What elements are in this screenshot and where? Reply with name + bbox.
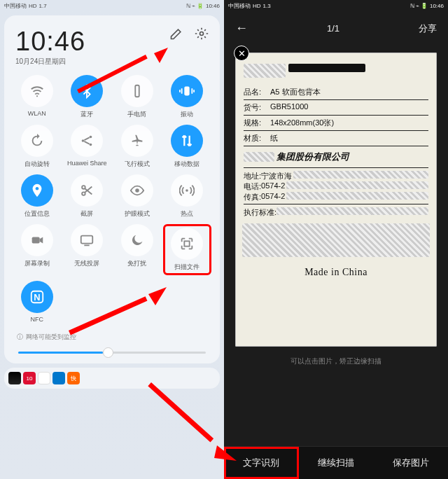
svg-text:N: N [34, 292, 40, 303]
data-icon[interactable] [171, 125, 203, 157]
continue-button[interactable]: 继续扫描 [299, 447, 374, 479]
qs-tile-data[interactable]: 移动数据 [163, 125, 212, 169]
app-icon[interactable]: 10 [23, 372, 36, 384]
gear-icon[interactable] [195, 27, 209, 41]
svg-rect-17 [77, 55, 148, 93]
scan-icon[interactable] [171, 228, 203, 260]
qs-tile-wifi[interactable]: WLAN [13, 75, 62, 119]
tile-label: NFC [31, 316, 44, 323]
made-in: Made in China [244, 264, 428, 278]
tile-label: 扫描文件 [174, 263, 200, 272]
qs-tile-vib[interactable]: 振动 [163, 75, 212, 119]
app-icon[interactable]: 快 [67, 372, 80, 384]
qs-tile-share[interactable]: Huawei Share [63, 125, 112, 169]
annotation-arrow [70, 48, 168, 106]
save-button[interactable]: 保存图片 [373, 447, 448, 479]
tile-label: 屏幕录制 [24, 259, 50, 268]
qs-tile-rotate[interactable]: 自动旋转 [13, 125, 62, 169]
qs-tile-scan[interactable]: 扫描文件 [163, 224, 212, 275]
hotspot-icon[interactable] [171, 174, 203, 207]
qs-tile-scissors[interactable]: 截屏 [63, 174, 112, 218]
qs-tile-hotspot[interactable]: 热点 [163, 174, 212, 218]
qs-tile-plane[interactable]: 飞行模式 [113, 125, 162, 169]
qs-tile-nfc[interactable]: NNFC [13, 281, 62, 323]
field-key: 品名: [244, 87, 270, 97]
net-speed: 1.3 [263, 3, 271, 9]
share-icon[interactable] [71, 125, 103, 157]
svg-point-0 [200, 32, 204, 36]
field-key: 执行标准: [244, 207, 276, 218]
cast-icon[interactable] [71, 224, 103, 256]
plane-icon[interactable] [121, 125, 153, 157]
scan-preview[interactable]: ✕ 品名:A5 软面包背本 货号:GBR51000 规格:148x208mm(3… [235, 53, 437, 347]
field-key: 材质: [244, 133, 270, 144]
tile-label: 蓝牙 [80, 110, 93, 119]
status-time: 10:46 [430, 3, 444, 9]
svg-point-10 [135, 188, 139, 193]
annotation-arrow [147, 378, 245, 472]
field-val: GBR51000 [270, 102, 308, 113]
svg-rect-12 [31, 237, 39, 243]
edit-icon[interactable] [169, 27, 183, 41]
scanner-pane: 中国移动 HD 1.3 ℕ ⌁ 🔋 10:46 ← 1/1 分享 ✕ 品名:A5… [224, 0, 448, 479]
status-bar-right: 中国移动 HD 1.3 ℕ ⌁ 🔋 10:46 [224, 0, 448, 11]
qs-tile-moon[interactable]: 免打扰 [113, 224, 162, 275]
field-val: 148x208mm(30张) [270, 118, 334, 128]
svg-point-1 [36, 95, 38, 97]
svg-rect-19 [69, 296, 147, 335]
scanned-label: 品名:A5 软面包背本 货号:GBR51000 规格:148x208mm(30张… [235, 53, 437, 347]
field-key: 电话: [244, 181, 261, 192]
tile-label: WLAN [28, 110, 46, 117]
info-icon: ⓘ [17, 333, 23, 342]
status-bar-left: 中国移动 HD 1.7 ℕ ⌁ 🔋 10:46 [0, 0, 224, 11]
svg-rect-13 [81, 236, 93, 244]
field-key: 货号: [244, 102, 270, 113]
page-count: 1/1 [327, 23, 340, 34]
field-val: 纸 [270, 133, 278, 144]
svg-point-11 [186, 189, 188, 192]
tile-label: 无线投屏 [74, 259, 99, 268]
qs-tile-pin[interactable]: 位置信息 [13, 174, 62, 218]
carrier-1: 中国移动 [228, 2, 251, 10]
tile-label: 自动旋转 [24, 160, 50, 169]
vib-icon[interactable] [171, 75, 203, 107]
pin-icon[interactable] [21, 174, 53, 207]
tile-label: 免打扰 [127, 259, 146, 268]
app-icon[interactable] [8, 372, 21, 384]
field-val: 0574-2 [261, 192, 285, 202]
annotation-arrow [64, 287, 169, 346]
svg-point-5 [90, 136, 92, 139]
app-icon[interactable] [52, 372, 65, 384]
nfc-icon[interactable]: N [21, 281, 53, 313]
slider-thumb[interactable] [103, 347, 113, 358]
app-icon[interactable] [38, 372, 50, 384]
close-icon[interactable]: ✕ [234, 46, 249, 61]
moon-icon[interactable] [121, 224, 153, 256]
field-val: 宁波市海 [261, 171, 292, 181]
qs-tile-record[interactable]: 屏幕录制 [13, 224, 62, 275]
field-val: A5 软面包背本 [270, 87, 321, 97]
tile-label: 截屏 [80, 209, 93, 218]
field-val: 0574-2 [261, 181, 285, 192]
record-icon[interactable] [21, 224, 53, 256]
tile-label: 热点 [181, 209, 193, 218]
eye-icon[interactable] [121, 174, 153, 207]
brightness-slider[interactable] [18, 352, 206, 354]
tile-label: 位置信息 [24, 209, 50, 218]
back-icon[interactable]: ← [235, 21, 248, 36]
tile-label: 手电筒 [127, 110, 146, 119]
svg-rect-21 [148, 382, 214, 442]
share-button[interactable]: 分享 [419, 22, 437, 35]
tile-label: 护眼模式 [125, 209, 150, 218]
field-key: 地址: [244, 171, 261, 181]
field-key: 传真: [244, 192, 261, 202]
scissors-icon[interactable] [71, 174, 103, 207]
rotate-icon[interactable] [21, 125, 53, 157]
qs-tile-eye[interactable]: 护眼模式 [113, 174, 162, 218]
svg-point-7 [35, 187, 38, 190]
svg-point-9 [82, 192, 85, 195]
svg-rect-3 [185, 87, 190, 96]
qs-tile-cast[interactable]: 无线投屏 [63, 224, 112, 275]
wifi-icon[interactable] [21, 75, 53, 107]
scanner-actions: 文字识别 继续扫描 保存图片 [224, 446, 448, 479]
